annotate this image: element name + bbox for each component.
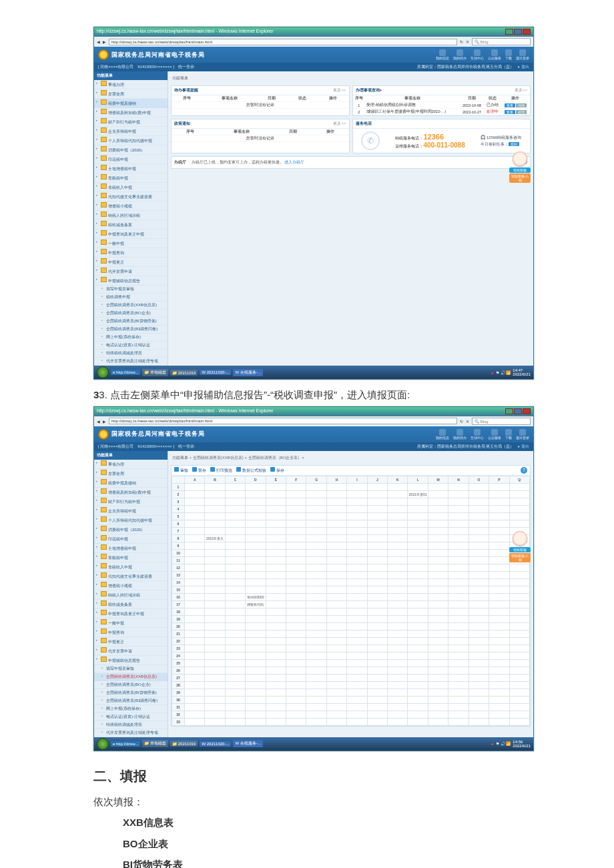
floating-helper: 在线客服 智能客服-小税 <box>509 531 531 563</box>
smart-service-btn[interactable]: 智能客服-小税 <box>509 173 531 183</box>
stop-icon[interactable]: ✕ <box>466 39 469 44</box>
sidebar-item[interactable]: 事项办理 <box>94 80 168 89</box>
hdr-icon-exit[interactable]: 退出登录 <box>516 49 529 60</box>
btn-stash[interactable]: 暂存 <box>192 467 206 474</box>
sidebar-item[interactable]: 非税收入申报 <box>94 183 168 192</box>
sidebar-sub-item[interactable]: 全国税收调查表(BO企业) <box>94 310 168 318</box>
handle-btn[interactable]: 处理 <box>516 110 527 114</box>
sidebar-sub-item[interactable]: 全国税收调查表(B3调查问卷) <box>94 326 168 334</box>
panel-more[interactable]: 更多>> <box>333 121 346 127</box>
panel-todo: 待办事项提醒 更多>> 序号事项名称日期状态操作 您暂时没有记录 <box>171 85 350 116</box>
table-row[interactable]: 2 城镇职工社保年度缴费申报(申报时间2022-…) 2022-10-27 处理… <box>353 109 531 115</box>
sidebar-item[interactable]: 土地增值税申报 <box>94 164 168 173</box>
sidebar-item[interactable]: 代开发票申请 <box>94 267 168 276</box>
sidebar-item[interactable]: 纳税人跨区域涉税 <box>94 211 168 220</box>
btn-audit[interactable]: 审核 <box>174 467 188 474</box>
smart-service-btn[interactable]: 智能客服-小税 <box>509 553 531 562</box>
ie-window-title: http://dzswj.cs.hasw-tax.cn/web/dzswj/ta… <box>97 29 274 35</box>
breadcrumb: 功能菜单 <box>171 74 531 83</box>
signin-btn[interactable]: 签到 <box>509 142 519 146</box>
exit-link[interactable]: ▸ 退出 <box>518 65 529 69</box>
back-icon[interactable]: ◀ <box>97 39 100 44</box>
taskbar-item[interactable]: W 在线服务-... <box>233 369 262 376</box>
panel-more[interactable]: 更多>> <box>515 87 527 93</box>
sidebar-item[interactable]: 增值税及附加税(费)申报 <box>94 108 168 117</box>
panel-table: 序号事项名称日期状态操作 您暂时没有记录 <box>172 95 349 109</box>
start-button[interactable] <box>97 366 109 378</box>
sidebar-item[interactable]: 一般申报 <box>94 239 168 248</box>
hdr-icon-interact[interactable]: 互动中心 <box>471 49 484 60</box>
sidebar-item[interactable]: 申报查询 <box>94 248 168 258</box>
sidebar-item[interactable]: 发票使用 <box>94 89 168 99</box>
helper-avatar-icon <box>513 151 527 166</box>
sidebar-sub-item[interactable]: 全国税收调查表(BI货物劳务) <box>94 318 168 326</box>
sidebar-item[interactable]: 财产和行为税申报 <box>94 117 168 127</box>
detail-btn[interactable]: 详情 <box>516 103 527 107</box>
stop-icon[interactable]: ✕ <box>466 419 469 424</box>
sidebar-item[interactable]: 增值税小规模 <box>94 201 168 211</box>
sidebar-item-aux-report[interactable]: 申报辅助信息报告 <box>94 276 168 286</box>
sidebar-item[interactable]: 税费申报及缴纳 <box>94 99 168 108</box>
start-button[interactable] <box>97 738 109 750</box>
btn-save[interactable]: 保存 <box>270 467 284 474</box>
url-input[interactable]: http://dzswj.cs.hasw-tax.cn/web/dzswj/ta… <box>109 418 457 424</box>
hdr-icon-info[interactable]: 我的信息 <box>436 49 449 60</box>
tray-icons[interactable]: 🔺 ⚑ 🔊 📶 <box>490 370 511 375</box>
refresh-icon[interactable]: ↻ <box>460 419 463 424</box>
header-iconrow: 我的信息 我的待办 互动中心 公众服务 下载 退出登录 <box>436 49 529 60</box>
btn-print[interactable]: 打印预览 <box>210 467 232 474</box>
empty-text: 您暂时没有记录 <box>172 135 349 142</box>
sidebar-sub-item-xxb[interactable]: 全国税收调查表(XXB信息表) <box>94 673 168 681</box>
sidebar-sub-item[interactable]: 全国税收调查表(XXB信息表) <box>94 302 168 310</box>
taskbar-item[interactable]: W 20211020-... <box>200 370 231 375</box>
hotline-12366: 12366 <box>423 133 444 141</box>
sidebar-sub-item[interactable]: 电话认证(设置)-注销认证 <box>94 342 168 350</box>
sidebar-item[interactable]: 税收减免备案 <box>94 220 168 230</box>
online-service-btn[interactable]: 在线客服 <box>509 167 531 173</box>
table-row[interactable]: 1 受理-纳税信用级别补录调整 2022-10-08 已办结 查看 详情 <box>353 102 531 109</box>
hdr-icon-todo[interactable]: 我的待办 <box>453 49 467 60</box>
view-btn[interactable]: 查看 <box>505 103 515 107</box>
spreadsheet-grid[interactable]: ABCDEFGHIJKLMNOPQ122021年度013456782021年度主… <box>172 476 530 726</box>
sidebar-item[interactable]: 个人所得税代扣代缴申报 <box>94 136 168 145</box>
step-3: 33. 点击左侧菜单中“申报辅助信息报告”-“税收调查申报”，进入填报页面: <box>93 386 534 404</box>
hotline-400: 400-011-0088 <box>423 141 465 149</box>
window-buttons[interactable] <box>505 408 531 415</box>
panel-table: 序号事项名称日期状态操作 1 受理-纳税信用级别补录调整 2022-10-08 … <box>353 95 531 115</box>
taskbar-item[interactable]: 📁 20211019 <box>170 370 198 376</box>
refresh-icon[interactable]: ↻ <box>460 39 463 44</box>
taskbar-item[interactable]: e http://dzsw... <box>111 370 140 375</box>
sidebar-item[interactable]: 车船税申报 <box>94 173 168 183</box>
url-input[interactable]: http://dzswj.cs.hasw-tax.cn/web/dzswj/ta… <box>109 39 457 45</box>
sidebar-item[interactable]: 申报更正 <box>94 258 168 267</box>
sidebar-sub-item[interactable]: 网上申报(系统保存) <box>94 334 168 342</box>
panel-phone: 服务电话 ✆ 纳税服务电话：12366 运维服务电话：400-011-0088 … <box>352 119 531 153</box>
window-buttons[interactable] <box>505 29 531 35</box>
view-btn[interactable]: 查看 <box>505 110 515 114</box>
sidebar-sub-item-tax-survey[interactable]: 税收调查申报 <box>94 294 168 302</box>
online-service-btn[interactable]: 在线客服 <box>509 547 531 552</box>
sidebar-sub-item[interactable]: 特殊税收调减处理表 <box>94 350 168 358</box>
sidebar-item[interactable]: 印花税申报 <box>94 155 168 164</box>
empty-text: 您暂时没有记录 <box>172 102 349 109</box>
sidebar-item[interactable]: 企业所得税申报 <box>94 127 168 136</box>
forward-icon[interactable]: ▶ <box>103 419 106 424</box>
search-input[interactable]: 🔍 Bing <box>472 38 531 45</box>
hdr-icon-public[interactable]: 公众服务 <box>488 49 501 60</box>
enter-office-link[interactable]: 进入办税厅 <box>284 160 304 164</box>
btn-check[interactable]: 数据公式校验 <box>236 467 266 474</box>
search-input[interactable]: 🔍 Bing <box>472 418 531 425</box>
sidebar-sub-item[interactable]: 代开发票查询及注销处理专项 <box>94 358 168 366</box>
panel-more[interactable]: 更多>> <box>333 87 346 93</box>
help-icon[interactable]: ? <box>521 467 527 474</box>
list-item: BI货物劳务表 <box>123 856 534 868</box>
sidebar-sub-item[interactable]: 填写申报表审核 <box>94 286 168 294</box>
forward-icon[interactable]: ▶ <box>103 39 106 44</box>
taskbar-item[interactable]: 📁 本地磁盘 <box>142 369 168 376</box>
voice-link[interactable]: 🎧 12366纳税服务咨询 <box>481 135 521 141</box>
back-icon[interactable]: ◀ <box>97 419 100 424</box>
sidebar-item[interactable]: 申报查询及更正申报 <box>94 230 168 239</box>
sidebar-item[interactable]: 代扣代缴文化事业建设费 <box>94 192 168 201</box>
hdr-icon-download[interactable]: 下载 <box>505 49 512 60</box>
sidebar-item[interactable]: 消费税申报（2020） <box>94 145 168 155</box>
